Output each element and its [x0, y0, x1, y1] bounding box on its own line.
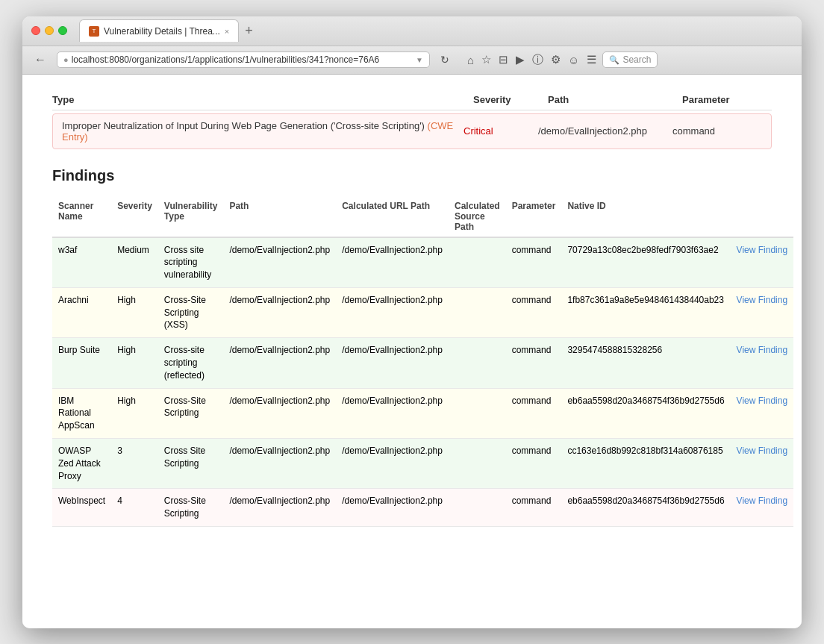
- severity-cell: 3: [111, 439, 158, 489]
- native-id-cell: eb6aa5598d20a3468754f36b9d2755d6: [561, 489, 730, 527]
- findings-header-row: Scanner Name Severity Vulnerability Type…: [52, 196, 793, 237]
- calc-source-path-cell: [449, 237, 506, 288]
- parameter-cell: command: [506, 489, 562, 527]
- new-tab-button[interactable]: +: [242, 24, 256, 37]
- vuln-type-cell: Cross site scripting vulnerability: [158, 237, 224, 288]
- native-id-cell: 3295474588815328256: [561, 338, 730, 388]
- table-row: Burp SuiteHighCross-site scripting (refl…: [52, 338, 793, 388]
- table-row: ArachniHighCross-Site Scripting (XSS)/de…: [52, 287, 793, 337]
- scanner-name-cell: Arachni: [52, 287, 111, 337]
- vuln-path: /demo/EvalInjection2.php: [538, 125, 672, 137]
- address-chevron-icon: ▼: [416, 56, 423, 64]
- view-finding-link[interactable]: View Finding: [737, 495, 787, 506]
- th-scanner-name: Scanner Name: [52, 196, 111, 237]
- info-button[interactable]: ⓘ: [531, 51, 545, 69]
- page-content: Type Severity Path Parameter Improper Ne…: [22, 75, 802, 628]
- th-native-id: Native ID: [561, 196, 730, 237]
- severity-cell: High: [111, 388, 158, 438]
- path-cell: /demo/EvalInjection2.php: [223, 439, 336, 489]
- view-finding-link[interactable]: View Finding: [737, 345, 787, 355]
- vuln-type-cell: Cross-Site Scripting: [158, 388, 224, 438]
- calc-url-path-cell: /demo/EvalInjection2.php: [336, 439, 449, 489]
- reader-button[interactable]: ⊟: [497, 51, 510, 68]
- action-cell: View Finding: [731, 287, 793, 337]
- parameter-cell: command: [506, 237, 562, 288]
- close-button[interactable]: [31, 26, 40, 35]
- table-row: WebInspect4Cross-Site Scripting/demo/Eva…: [52, 489, 793, 527]
- browser-window: T Vulnerability Details | Threa... × + ←…: [22, 16, 802, 628]
- parameter-cell: command: [506, 388, 562, 438]
- native-id-cell: 1fb87c361a9a8e5e948461438440ab23: [561, 287, 730, 337]
- calc-source-path-cell: [449, 287, 506, 337]
- view-finding-link[interactable]: View Finding: [737, 245, 787, 255]
- home-button[interactable]: ⌂: [466, 52, 475, 68]
- action-cell: View Finding: [731, 439, 793, 489]
- th-calc-url-path: Calculated URL Path: [336, 196, 449, 237]
- calc-url-path-cell: /demo/EvalInjection2.php: [336, 237, 449, 288]
- search-icon: 🔍: [609, 55, 619, 65]
- action-cell: View Finding: [731, 338, 793, 388]
- search-label: Search: [622, 54, 651, 65]
- calc-url-path-cell: /demo/EvalInjection2.php: [336, 287, 449, 337]
- minimize-button[interactable]: [45, 26, 54, 35]
- calc-source-path-cell: [449, 439, 506, 489]
- search-bar[interactable]: 🔍 Search: [602, 51, 658, 68]
- severity-cell: Medium: [111, 237, 158, 288]
- vuln-type-cell: Cross-Site Scripting (XSS): [158, 287, 224, 337]
- severity-cell: High: [111, 287, 158, 337]
- col-path-header: Path: [548, 94, 682, 105]
- native-id-cell: 70729a13c08ec2be98fedf7903f63ae2: [561, 237, 730, 288]
- findings-table: Scanner Name Severity Vulnerability Type…: [52, 196, 793, 528]
- table-row: IBM Rational AppScanHighCross-Site Scrip…: [52, 388, 793, 438]
- profile-button[interactable]: ☺: [566, 52, 581, 68]
- bookmark-button[interactable]: ☆: [480, 51, 493, 68]
- address-bar[interactable]: ● localhost:8080/organizations/1/applica…: [57, 51, 430, 68]
- url-text: localhost:8080/organizations/1/applicati…: [72, 54, 413, 65]
- back-button[interactable]: ←: [30, 51, 51, 68]
- col-severity-header: Severity: [473, 94, 548, 105]
- vuln-data-row: Improper Neutralization of Input During …: [52, 113, 772, 149]
- vuln-type-text: Improper Neutralization of Input During …: [62, 120, 464, 143]
- vuln-header-row: Type Severity Path Parameter: [52, 90, 772, 110]
- extensions-button[interactable]: ⚙: [549, 51, 562, 68]
- parameter-cell: command: [506, 338, 562, 388]
- th-vuln-type: Vulnerability Type: [158, 196, 224, 237]
- calc-url-path-cell: /demo/EvalInjection2.php: [336, 338, 449, 388]
- view-finding-link[interactable]: View Finding: [737, 446, 787, 456]
- scanner-name-cell: OWASP Zed Attack Proxy: [52, 439, 111, 489]
- tab-close-icon[interactable]: ×: [225, 27, 229, 36]
- tab-favicon: T: [89, 26, 99, 37]
- scanner-name-cell: Burp Suite: [52, 338, 111, 388]
- severity-cell: 4: [111, 489, 158, 527]
- reload-button[interactable]: ↻: [436, 52, 454, 67]
- vuln-severity: Critical: [464, 125, 538, 137]
- vuln-type-cell: Cross Site Scripting: [158, 439, 224, 489]
- scanner-name-cell: IBM Rational AppScan: [52, 388, 111, 438]
- calc-source-path-cell: [449, 489, 506, 527]
- calc-source-path-cell: [449, 338, 506, 388]
- scanner-name-cell: w3af: [52, 237, 111, 288]
- action-cell: View Finding: [731, 489, 793, 527]
- native-id-cell: cc163e16d8b992c818bf314a60876185: [561, 439, 730, 489]
- table-row: w3afMediumCross site scripting vulnerabi…: [52, 237, 793, 288]
- title-bar: T Vulnerability Details | Threa... × +: [22, 16, 802, 46]
- path-cell: /demo/EvalInjection2.php: [223, 489, 336, 527]
- active-tab[interactable]: T Vulnerability Details | Threa... ×: [79, 19, 239, 42]
- share-button[interactable]: ▶: [514, 51, 526, 68]
- th-severity: Severity: [111, 196, 158, 237]
- path-cell: /demo/EvalInjection2.php: [223, 388, 336, 438]
- vuln-type-cell: Cross-site scripting (reflected): [158, 338, 224, 388]
- th-parameter: Parameter: [506, 196, 562, 237]
- path-cell: /demo/EvalInjection2.php: [223, 287, 336, 337]
- maximize-button[interactable]: [58, 26, 67, 35]
- action-cell: View Finding: [731, 237, 793, 288]
- view-finding-link[interactable]: View Finding: [737, 396, 787, 406]
- parameter-cell: command: [506, 439, 562, 489]
- col-parameter-header: Parameter: [682, 94, 772, 105]
- secure-icon: ●: [63, 55, 69, 64]
- menu-button[interactable]: ☰: [585, 51, 598, 68]
- view-finding-link[interactable]: View Finding: [737, 295, 787, 305]
- path-cell: /demo/EvalInjection2.php: [223, 237, 336, 288]
- calc-source-path-cell: [449, 388, 506, 438]
- col-type-header: Type: [52, 94, 473, 105]
